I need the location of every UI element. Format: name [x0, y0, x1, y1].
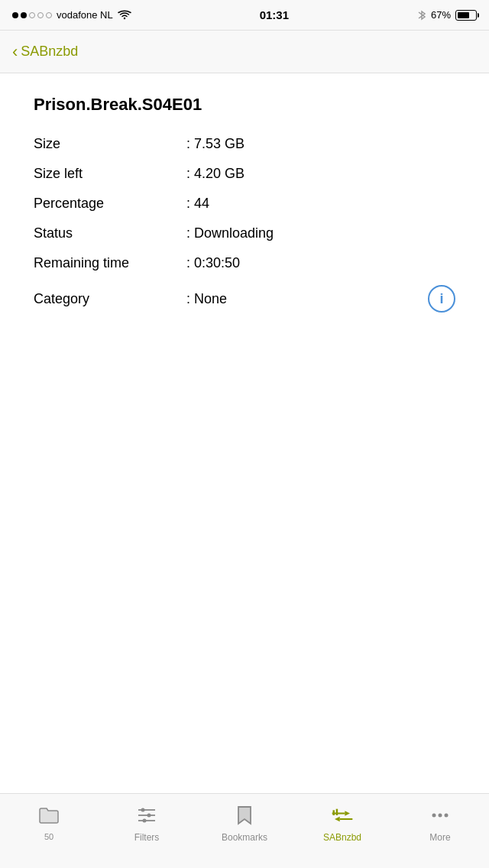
- value-status: : Downloading: [186, 225, 455, 241]
- info-row-size-left: Size left : 4.20 GB: [34, 166, 455, 182]
- bluetooth-icon: [417, 9, 426, 21]
- info-row-percentage: Percentage : 44: [34, 196, 455, 212]
- label-status: Status: [34, 225, 186, 241]
- label-category: Category: [34, 291, 186, 307]
- signal-dots: [12, 12, 52, 18]
- info-row-remaining: Remaining time : 0:30:50: [34, 255, 455, 271]
- wifi-icon: [118, 10, 131, 21]
- svg-point-14: [439, 814, 442, 818]
- signal-dot-2: [21, 12, 27, 18]
- tab-filters[interactable]: Filters: [98, 802, 196, 843]
- tab-sabnzbd[interactable]: SABnzbd: [293, 802, 391, 843]
- nav-back-label: SABnzbd: [21, 44, 78, 60]
- filters-icon: [133, 802, 160, 829]
- battery-percent: 67%: [431, 9, 451, 21]
- carrier-label: vodafone NL: [57, 9, 113, 21]
- svg-marker-10: [335, 817, 340, 822]
- battery-indicator: [455, 10, 477, 21]
- status-time: 01:31: [260, 8, 289, 21]
- more-icon: [426, 802, 454, 829]
- signal-dot-5: [46, 12, 52, 18]
- value-category: : None: [186, 291, 413, 307]
- value-size: : 7.53 GB: [186, 136, 455, 152]
- value-remaining: : 0:30:50: [186, 255, 455, 271]
- back-button[interactable]: ‹ SABnzbd: [12, 42, 78, 62]
- label-percentage: Percentage: [34, 196, 186, 212]
- nav-bar: ‹ SABnzbd: [0, 31, 489, 73]
- sabnzbd-icon: [329, 802, 356, 829]
- label-size-left: Size left: [34, 166, 186, 182]
- svg-point-5: [143, 819, 147, 823]
- label-size: Size: [34, 136, 186, 152]
- status-right: 67%: [417, 9, 477, 21]
- item-title: Prison.Break.S04E01: [34, 95, 455, 115]
- tab-bookmarks[interactable]: Bookmarks: [196, 802, 293, 843]
- status-left: vodafone NL: [12, 9, 131, 21]
- tab-more-label: More: [429, 832, 450, 843]
- back-chevron-icon: ‹: [12, 42, 18, 62]
- tab-sabnzbd-label: SABnzbd: [323, 832, 361, 843]
- svg-point-3: [141, 808, 145, 812]
- main-content: Prison.Break.S04E01 Size : 7.53 GB Size …: [0, 73, 489, 313]
- svg-marker-6: [238, 807, 251, 824]
- svg-point-13: [432, 814, 436, 818]
- tab-bar: 50 Filters Bookmarks: [0, 793, 489, 868]
- signal-dot-3: [29, 12, 35, 18]
- info-row-size: Size : 7.53 GB: [34, 136, 455, 152]
- status-bar: vodafone NL 01:31 67%: [0, 0, 489, 31]
- svg-marker-8: [345, 811, 350, 816]
- tab-more[interactable]: More: [391, 802, 489, 843]
- info-row-status: Status : Downloading: [34, 225, 455, 241]
- info-row-category: Category : None i: [34, 285, 455, 313]
- info-button[interactable]: i: [428, 285, 455, 313]
- tab-bookmarks-label: Bookmarks: [222, 832, 267, 843]
- tab-downloads-label: 50: [44, 832, 53, 841]
- label-remaining: Remaining time: [34, 255, 186, 271]
- signal-dot-1: [12, 12, 18, 18]
- svg-point-4: [147, 814, 151, 818]
- tab-downloads[interactable]: 50: [0, 802, 98, 841]
- folder-icon: [35, 802, 63, 829]
- svg-rect-12: [336, 809, 338, 815]
- svg-rect-11: [333, 810, 335, 815]
- value-size-left: : 4.20 GB: [186, 166, 455, 182]
- signal-dot-4: [37, 12, 44, 18]
- tab-filters-label: Filters: [134, 832, 160, 843]
- bookmarks-icon: [231, 802, 258, 829]
- svg-point-15: [445, 814, 449, 818]
- info-table: Size : 7.53 GB Size left : 4.20 GB Perce…: [34, 136, 455, 313]
- value-percentage: : 44: [186, 196, 455, 212]
